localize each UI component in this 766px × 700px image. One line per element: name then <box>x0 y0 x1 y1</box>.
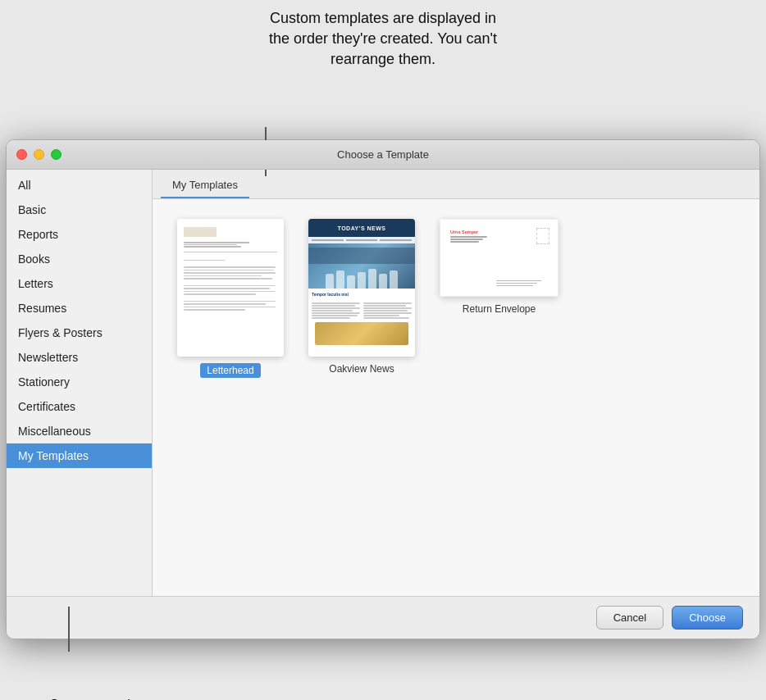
annotation-bottom: Custom templates are grouped in their ow… <box>49 695 213 700</box>
sidebar-item-basic[interactable]: Basic <box>7 198 152 222</box>
sidebar-item-books[interactable]: Books <box>7 247 152 271</box>
template-thumb-oakview-news: TODAY'S NEWS <box>308 219 415 357</box>
template-return-envelope[interactable]: Urne Semper <box>440 219 559 378</box>
template-oakview-news[interactable]: TODAY'S NEWS <box>308 219 415 378</box>
minimize-button[interactable] <box>34 149 44 160</box>
footer-bar: Cancel Choose <box>7 596 759 639</box>
sidebar-item-resumes[interactable]: Resumes <box>7 296 152 320</box>
sidebar-item-reports[interactable]: Reports <box>7 222 152 247</box>
cancel-button[interactable]: Cancel <box>596 606 663 630</box>
tab-my-templates[interactable]: My Templates <box>161 174 249 198</box>
sidebar-item-my-templates[interactable]: My Templates <box>7 443 152 468</box>
sidebar-item-newsletters[interactable]: Newsletters <box>7 345 152 370</box>
env-to-address <box>496 280 541 287</box>
env-name: Urne Semper <box>450 230 487 234</box>
traffic-lights <box>16 149 62 160</box>
sidebar-item-letters[interactable]: Letters <box>7 271 152 296</box>
sidebar: All Basic Reports Books Letters Resumes … <box>7 170 153 596</box>
main-area: My Templates <box>153 170 759 596</box>
env-return-address: Urne Semper <box>450 230 487 243</box>
sidebar-item-miscellaneous[interactable]: Miscellaneous <box>7 419 152 443</box>
close-button[interactable] <box>16 149 27 160</box>
window-title: Choose a Template <box>337 148 429 161</box>
sidebar-item-stationery[interactable]: Stationery <box>7 370 152 394</box>
template-label-oakview-news: Oakview News <box>329 363 394 375</box>
templates-grid: Letterhead TODAY'S NEWS <box>153 199 759 596</box>
titlebar: Choose a Template <box>7 140 759 170</box>
template-label-return-envelope: Return Envelope <box>463 303 536 315</box>
lh-logo <box>184 227 217 237</box>
annotation-top: Custom templates are displayed in the or… <box>268 8 498 70</box>
sidebar-item-certificates[interactable]: Certificates <box>7 394 152 419</box>
app-window: Choose a Template All Basic Reports Book… <box>6 139 760 639</box>
window-body: All Basic Reports Books Letters Resumes … <box>7 170 759 596</box>
env-stamp <box>536 228 549 244</box>
callout-line-bottom <box>68 607 70 652</box>
template-label-letterhead: Letterhead <box>200 363 260 378</box>
maximize-button[interactable] <box>51 149 62 160</box>
news-header-text: TODAY'S NEWS <box>337 225 385 231</box>
tab-bar: My Templates <box>153 170 759 199</box>
choose-button[interactable]: Choose <box>672 606 743 630</box>
template-letterhead[interactable]: Letterhead <box>177 219 284 378</box>
template-thumb-letterhead <box>177 219 284 357</box>
template-thumb-return-envelope: Urne Semper <box>440 219 559 297</box>
sidebar-item-flyers[interactable]: Flyers & Posters <box>7 320 152 345</box>
sidebar-item-all[interactable]: All <box>7 173 152 198</box>
news-headline-text: Tempor Iaculis nisl <box>312 292 412 297</box>
